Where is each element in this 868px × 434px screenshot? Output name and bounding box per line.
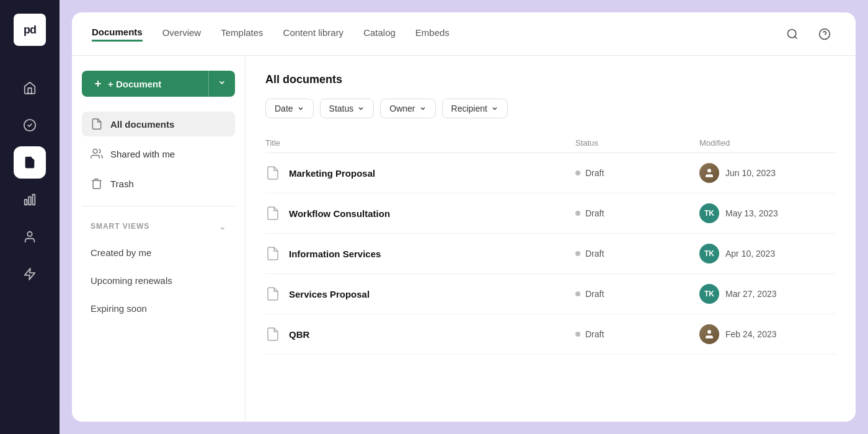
doc-title: Information Services	[289, 249, 381, 259]
chevron-down-icon	[419, 105, 427, 112]
doc-modified-cell: Jun 10, 2023	[699, 163, 836, 183]
doc-modified-cell: Feb 24, 2023	[699, 324, 836, 344]
svg-point-6	[788, 29, 796, 37]
sidebar-item-shared[interactable]: Shared with me	[82, 141, 235, 166]
logo: pd	[14, 14, 46, 46]
doc-status-cell: Draft	[575, 168, 699, 178]
left-nav-icons	[0, 72, 60, 290]
col-status: Status	[575, 138, 699, 148]
main-area: Documents Overview Templates Content lib…	[60, 0, 868, 434]
doc-status: Draft	[585, 208, 604, 218]
smart-views-label: SMART VIEWS	[91, 222, 149, 231]
smart-views-chevron-icon: ⌄	[219, 221, 226, 231]
tab-catalog[interactable]: Catalog	[363, 27, 396, 40]
lightning-icon	[23, 267, 37, 281]
sidebar-item-tasks[interactable]	[14, 109, 46, 141]
sidebar-divider	[82, 206, 235, 206]
doc-status-cell: Draft	[575, 208, 699, 218]
top-nav-tabs: Documents Overview Templates Content lib…	[92, 27, 781, 42]
file-icon	[265, 166, 280, 180]
person-icon	[704, 329, 715, 340]
new-document-label: + Document	[108, 79, 161, 89]
table-header: Title Status Modified	[265, 133, 836, 153]
sidebar-item-all-documents[interactable]: All documents	[82, 112, 235, 136]
sidebar-trash-label: Trash	[110, 179, 134, 189]
status-dot	[575, 211, 580, 216]
sidebar-item-analytics[interactable]	[14, 184, 46, 216]
svg-point-14	[707, 330, 711, 334]
status-dot	[575, 291, 580, 296]
table-row[interactable]: QBR Draft Feb 24, 2023	[265, 314, 836, 355]
tab-content-library[interactable]: Content library	[283, 27, 344, 40]
white-container: Documents Overview Templates Content lib…	[72, 12, 856, 422]
tab-templates[interactable]: Templates	[221, 27, 263, 40]
trash-icon	[91, 177, 103, 190]
svg-rect-1	[25, 200, 27, 205]
doc-title-cell: QBR	[265, 327, 575, 342]
sidebar-item-trash[interactable]: Trash	[82, 171, 235, 196]
smart-view-upcoming-renewals[interactable]: Upcoming renewals	[82, 269, 235, 292]
doc-title-cell: Information Services	[265, 246, 575, 261]
doc-modified-cell: TK Apr 10, 2023	[699, 244, 836, 264]
check-circle-icon	[23, 118, 37, 132]
filter-recipient[interactable]: Recipient	[442, 99, 508, 118]
logo-box: pd	[0, 0, 60, 60]
person-icon	[704, 167, 715, 179]
new-document-row: + Document	[82, 71, 235, 97]
col-title: Title	[265, 138, 575, 148]
status-dot	[575, 332, 580, 337]
smart-view-renewals-label: Upcoming renewals	[91, 275, 172, 286]
chevron-down-icon	[218, 78, 226, 87]
new-document-dropdown-button[interactable]	[208, 71, 235, 97]
sidebar-item-documents[interactable]	[14, 146, 46, 179]
tab-overview[interactable]: Overview	[162, 27, 202, 40]
sidebar-shared-label: Shared with me	[110, 149, 175, 159]
doc-status: Draft	[585, 168, 604, 178]
tab-documents[interactable]: Documents	[92, 27, 143, 42]
table-row[interactable]: Information Services Draft TK Apr 10, 20…	[265, 234, 836, 274]
sidebar-item-contacts[interactable]	[14, 221, 46, 253]
avatar: TK	[699, 284, 719, 304]
tab-embeds[interactable]: Embeds	[415, 27, 450, 40]
file-icon	[265, 286, 280, 301]
avatar: TK	[699, 203, 719, 223]
file-icon	[23, 156, 37, 169]
filter-status-label: Status	[329, 104, 354, 113]
new-document-button[interactable]: + Document	[82, 71, 208, 97]
doc-title: Workflow Consultation	[289, 208, 390, 219]
table-row[interactable]: Workflow Consultation Draft TK May 13, 2…	[265, 193, 836, 234]
chevron-down-icon	[297, 105, 304, 112]
main-content: All documents Date Status Owner	[246, 56, 856, 422]
smart-view-created-label: Created by me	[91, 247, 151, 258]
smart-view-expiring-soon[interactable]: Expiring soon	[82, 297, 235, 320]
doc-title-cell: Workflow Consultation	[265, 206, 575, 221]
search-button[interactable]	[781, 23, 804, 45]
home-icon	[23, 81, 37, 95]
filter-owner[interactable]: Owner	[380, 99, 435, 118]
help-button[interactable]	[813, 23, 836, 45]
doc-title-cell: Marketing Proposal	[265, 166, 575, 180]
table-row[interactable]: Marketing Proposal Draft Jun 10, 2023	[265, 153, 836, 193]
file-icon	[265, 246, 280, 261]
smart-views-header[interactable]: SMART VIEWS ⌄	[82, 216, 235, 236]
smart-view-created-by-me[interactable]: Created by me	[82, 241, 235, 264]
filter-status[interactable]: Status	[320, 99, 374, 118]
doc-status-cell: Draft	[575, 249, 699, 259]
doc-modified-cell: TK May 13, 2023	[699, 203, 836, 223]
doc-status-cell: Draft	[575, 329, 699, 339]
filter-date-label: Date	[275, 104, 293, 113]
chevron-down-icon	[491, 105, 498, 112]
smart-view-expiring-label: Expiring soon	[91, 303, 147, 314]
body-layout: + Document All documents Shared with me	[72, 56, 856, 422]
table-row[interactable]: Services Proposal Draft TK Mar 27, 2023	[265, 274, 836, 314]
sidebar-item-automations[interactable]	[14, 258, 46, 290]
sidebar: + Document All documents Shared with me	[72, 56, 246, 422]
person-icon	[23, 230, 37, 244]
avatar: TK	[699, 244, 719, 264]
file-icon	[91, 118, 103, 130]
svg-point-4	[27, 232, 32, 236]
sidebar-item-home[interactable]	[14, 72, 46, 104]
doc-status: Draft	[585, 329, 604, 339]
filter-date[interactable]: Date	[265, 99, 314, 118]
avatar	[699, 163, 719, 183]
